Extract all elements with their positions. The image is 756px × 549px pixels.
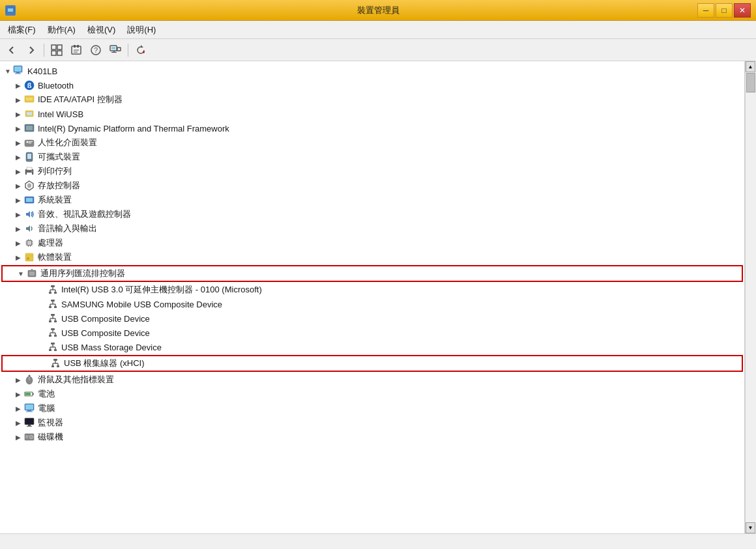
expand-disk[interactable]: ▶	[13, 432, 23, 442]
tree-item-disk[interactable]: ▶ 磁碟機	[0, 430, 744, 444]
expand-mouse[interactable]: ▶	[13, 374, 23, 385]
usb-composite2-icon	[47, 327, 59, 339]
close-button[interactable]: ✕	[734, 3, 751, 18]
svg-rect-45	[27, 167, 32, 170]
tree-item-usb-composite-2[interactable]: USB Composite Device	[0, 326, 744, 340]
help-button[interactable]: ?	[87, 42, 105, 59]
tree-item-portable[interactable]: ▶ 可攜式裝置	[0, 150, 744, 164]
view-button[interactable]	[48, 42, 66, 59]
tree-item-ide[interactable]: ▶ IDE ATA/ATAPI 控制器	[0, 92, 744, 107]
expand-hid[interactable]: ▶	[13, 137, 23, 148]
tree-item-audio[interactable]: ▶ 音效、視訊及遊戲控制器	[0, 207, 744, 221]
computer-icon	[13, 65, 25, 77]
expand-storage[interactable]: ▶	[13, 180, 23, 191]
svg-rect-73	[49, 292, 51, 294]
expand-audio-io[interactable]: ▶	[13, 223, 23, 234]
tree-root[interactable]: ▼ K401LB	[0, 64, 744, 78]
window-title: 裝置管理員	[357, 5, 400, 16]
expand-root[interactable]: ▼	[3, 66, 13, 76]
svg-text:ß: ß	[27, 81, 32, 89]
hid-icon	[23, 137, 35, 148]
scroll-track	[746, 93, 756, 522]
svg-rect-109	[57, 365, 59, 367]
expand-bluetooth[interactable]: ▶	[13, 80, 23, 91]
expand-portable[interactable]: ▶	[13, 152, 23, 162]
software-label: 軟體裝置	[38, 251, 72, 263]
computer-label: 電腦	[38, 402, 55, 414]
usb-composite2-label: USB Composite Device	[61, 328, 150, 338]
svg-rect-96	[51, 343, 55, 345]
device-tree[interactable]: ▼ K401LB ▶ ß Bluetooth	[0, 61, 745, 533]
computer2-icon	[23, 402, 35, 414]
expand-audio[interactable]: ▶	[13, 209, 23, 219]
scrollbar[interactable]: ▲ ▼	[745, 61, 756, 533]
expand-thermal[interactable]: ▶	[13, 123, 23, 134]
portable-icon	[23, 151, 35, 163]
svg-rect-6	[51, 51, 56, 55]
scroll-thumb[interactable]	[746, 73, 755, 92]
tree-item-hid[interactable]: ▶ 人性化介面裝置	[0, 135, 744, 150]
tree-item-monitor[interactable]: ▶ 監視器	[0, 415, 744, 430]
tree-item-intel-usb30[interactable]: Intel(R) USB 3.0 可延伸主機控制器 - 0100 (Micros…	[0, 283, 744, 297]
svg-rect-88	[54, 320, 57, 322]
tree-item-computer[interactable]: ▶ 電腦	[0, 401, 744, 415]
expand-software[interactable]: ▶	[13, 252, 23, 262]
menu-view[interactable]: 檢視(V)	[82, 22, 121, 38]
tree-item-samsung[interactable]: SAMSUNG Mobile USB Composite Device	[0, 297, 744, 311]
scroll-up-button[interactable]: ▲	[746, 61, 755, 72]
expand-computer[interactable]: ▶	[13, 403, 23, 414]
usb-mass-icon	[47, 341, 59, 353]
main-content: ▼ K401LB ▶ ß Bluetooth	[0, 61, 756, 533]
disk-icon	[23, 431, 35, 443]
svg-rect-58	[28, 239, 29, 240]
usb-hub-icon	[50, 358, 61, 369]
minimize-button[interactable]: ─	[697, 3, 714, 18]
tree-item-storage[interactable]: ▶ 存放控制器	[0, 178, 744, 193]
disk-label: 磁碟機	[38, 431, 63, 443]
expand-system[interactable]: ▶	[13, 195, 23, 205]
tree-item-usb-mass[interactable]: USB Mass Storage Device	[0, 340, 744, 354]
storage-label: 存放控制器	[38, 180, 80, 191]
svg-rect-128	[25, 438, 28, 438]
expand-monitor[interactable]: ▶	[13, 417, 23, 428]
system-icon	[23, 194, 35, 206]
svg-rect-117	[25, 404, 33, 410]
audio-label: 音效、視訊及遊戲控制器	[38, 208, 131, 220]
tree-item-mouse[interactable]: ▶ 滑鼠及其他指標裝置	[0, 373, 744, 387]
expand-wiusb[interactable]: ▶	[13, 109, 23, 119]
properties-button[interactable]	[67, 42, 85, 59]
tree-item-system[interactable]: ▶ 系統裝置	[0, 193, 744, 207]
tree-item-battery[interactable]: ▶ 電池	[0, 387, 744, 401]
processor-label: 處理器	[38, 237, 63, 249]
tree-item-usb-composite-1[interactable]: USB Composite Device	[0, 311, 744, 326]
restore-button[interactable]: □	[716, 3, 733, 18]
menu-action[interactable]: 動作(A)	[42, 22, 81, 38]
svg-rect-18	[113, 51, 115, 52]
scroll-down-button[interactable]: ▼	[746, 522, 755, 533]
svg-rect-53	[27, 241, 31, 245]
expand-processor[interactable]: ▶	[13, 238, 23, 248]
samsung-label: SAMSUNG Mobile USB Composite Device	[61, 300, 222, 309]
svg-rect-64	[27, 257, 29, 260]
tree-item-usb-hub[interactable]: USB 根集線器 (xHCI)	[3, 356, 742, 371]
back-button[interactable]	[3, 42, 21, 59]
tree-item-bluetooth[interactable]: ▶ ß Bluetooth	[0, 78, 744, 92]
tree-item-audio-io[interactable]: ▶ 音訊輸入與輸出	[0, 221, 744, 236]
tree-item-thermal[interactable]: ▶ Intel(R) Dynamic Platform and Thermal …	[0, 121, 744, 135]
expand-usb-controller[interactable]: ▼	[16, 268, 26, 279]
refresh-button[interactable]	[132, 42, 150, 59]
tree-item-print[interactable]: ▶ 列印佇列	[0, 164, 744, 178]
forward-button[interactable]	[22, 42, 40, 59]
expand-ide[interactable]: ▶	[13, 94, 23, 105]
expand-print[interactable]: ▶	[13, 166, 23, 176]
menu-file[interactable]: 檔案(F)	[3, 22, 41, 38]
tree-item-wiusb[interactable]: ▶ Intel WiUSB	[0, 107, 744, 121]
usb-composite1-label: USB Composite Device	[61, 314, 150, 324]
menu-help[interactable]: 說明(H)	[122, 22, 161, 38]
tree-item-usb-controller[interactable]: ▼ 通用序列匯流排控制器	[3, 266, 742, 281]
expand-battery[interactable]: ▶	[13, 389, 23, 399]
tree-item-software[interactable]: ▶ 軟體裝置	[0, 250, 744, 264]
device-manager-button[interactable]	[106, 42, 124, 59]
tree-item-processor[interactable]: ▶ 處理器	[0, 236, 744, 250]
svg-rect-81	[54, 306, 57, 308]
